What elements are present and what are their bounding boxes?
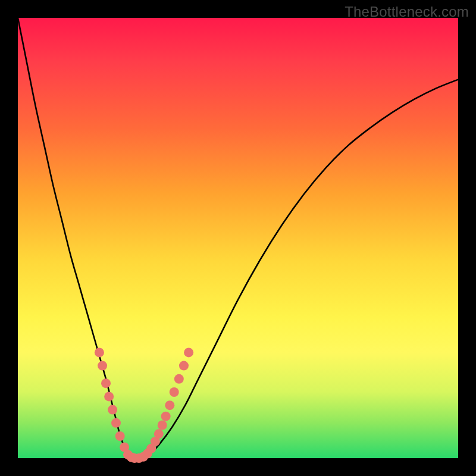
watermark-text: TheBottleneck.com bbox=[345, 4, 469, 20]
curve-marker bbox=[108, 405, 117, 415]
curve-marker bbox=[104, 392, 114, 401]
curve-marker bbox=[179, 361, 189, 371]
curve-marker bbox=[170, 387, 179, 397]
curve-marker bbox=[115, 431, 125, 441]
bottleneck-curve bbox=[18, 18, 458, 459]
curve-marker bbox=[161, 412, 171, 421]
chart-frame: TheBottleneck.com bbox=[0, 0, 476, 476]
curve-marker bbox=[158, 421, 167, 430]
curve-marker bbox=[154, 429, 164, 439]
curve-marker bbox=[111, 418, 121, 428]
curve-marker bbox=[184, 347, 193, 357]
plot-area bbox=[18, 18, 458, 458]
curve-marker bbox=[165, 400, 174, 410]
curve-markers bbox=[95, 347, 193, 463]
chart-svg bbox=[18, 18, 458, 458]
curve-marker bbox=[174, 374, 184, 384]
curve-marker bbox=[95, 347, 104, 357]
curve-marker bbox=[98, 361, 107, 371]
curve-marker bbox=[101, 378, 111, 388]
